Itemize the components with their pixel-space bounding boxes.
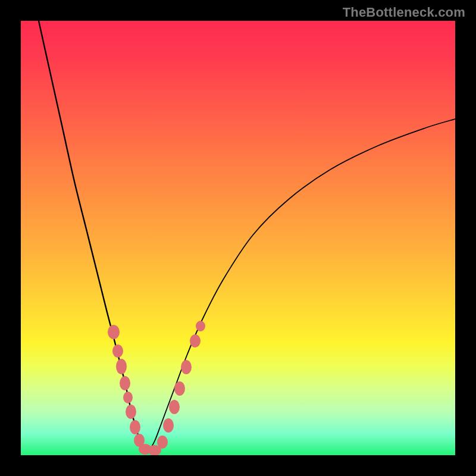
plot-area (21, 21, 455, 455)
bottleneck-curve (21, 21, 455, 455)
curve-right-branch (148, 119, 455, 453)
marker-group (108, 321, 205, 455)
data-marker (169, 400, 180, 414)
data-marker (181, 360, 192, 374)
data-marker (123, 392, 133, 403)
data-marker (126, 405, 136, 419)
data-marker (130, 420, 140, 434)
data-marker (157, 436, 168, 449)
watermark-text: TheBottleneck.com (343, 5, 465, 20)
data-marker (163, 418, 174, 433)
data-marker (120, 376, 130, 390)
data-marker (116, 359, 127, 374)
data-marker (112, 345, 123, 358)
data-marker (174, 381, 185, 396)
curve-left-branch (39, 21, 148, 453)
data-marker (108, 325, 120, 339)
data-marker (190, 334, 201, 347)
data-marker (196, 321, 205, 331)
